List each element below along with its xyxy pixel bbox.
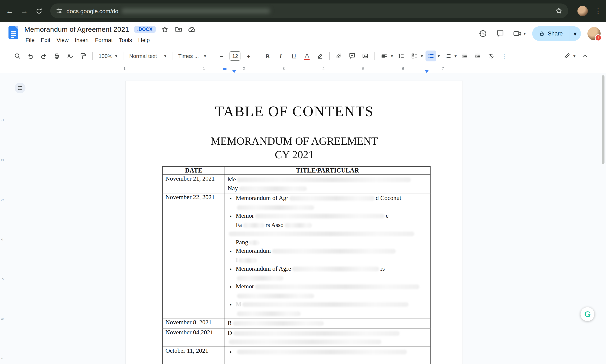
- insert-image-icon[interactable]: [360, 51, 371, 61]
- share-caret-icon[interactable]: ▾: [569, 26, 581, 41]
- pen-icon: [564, 52, 571, 60]
- docs-logo-icon[interactable]: [8, 26, 18, 39]
- highlight-color-icon[interactable]: [315, 51, 326, 61]
- toc-text: R: [228, 319, 232, 326]
- share-button[interactable]: Share: [532, 26, 569, 41]
- cloud-status-icon[interactable]: [188, 25, 196, 34]
- bullet-marker: ●: [230, 265, 236, 273]
- redacted-text: [285, 223, 312, 228]
- redacted-text: [255, 214, 385, 219]
- font-size-input[interactable]: 12: [230, 51, 240, 61]
- clear-formatting-icon[interactable]: [486, 51, 496, 61]
- comments-icon[interactable]: [495, 28, 505, 39]
- browser-avatar[interactable]: [577, 6, 588, 16]
- url-bar[interactable]: docs.google.com/do: [50, 3, 568, 18]
- toc-text-faint: M: [236, 301, 241, 307]
- list-item: ●Memor: [228, 282, 427, 300]
- doc-heading: MEMORANDUM OF AGREEMENT: [126, 135, 463, 147]
- list-item: ●Memorandum of Agrd Coconut: [228, 194, 427, 211]
- video-camera-icon[interactable]: [512, 28, 523, 39]
- italic-button[interactable]: I: [275, 51, 286, 61]
- site-settings-icon[interactable]: [56, 7, 63, 14]
- menu-view[interactable]: View: [54, 36, 72, 45]
- redacted-text: [233, 331, 399, 336]
- list-item: ●M: [228, 300, 427, 318]
- align-icon[interactable]: [379, 51, 390, 61]
- bold-button[interactable]: B: [262, 51, 273, 61]
- reload-icon[interactable]: [32, 4, 46, 18]
- decrease-indent-icon[interactable]: [459, 51, 470, 61]
- chevron-down-icon: ▾: [204, 54, 206, 58]
- line-spacing-icon[interactable]: [396, 51, 406, 61]
- menu-file[interactable]: File: [23, 36, 38, 45]
- bullet-marker: ●: [230, 194, 236, 203]
- list-item: ●: [228, 347, 427, 364]
- checklist-caret-icon[interactable]: ▾: [421, 54, 423, 58]
- column-header: TITLE/PARTICULAR: [225, 167, 430, 175]
- checklist-icon[interactable]: [409, 51, 420, 61]
- bookmark-star-icon[interactable]: [555, 7, 563, 15]
- list-item: MeNay: [228, 175, 427, 193]
- content-cell: R: [225, 318, 430, 328]
- increase-font-size-button[interactable]: +: [243, 51, 254, 61]
- content-cell: ●Memorandum of Agrd Coconut●MemoreFars A…: [225, 193, 430, 318]
- toc-text: Pang: [236, 239, 248, 245]
- left-indent-marker[interactable]: [232, 70, 236, 73]
- align-caret-icon[interactable]: ▾: [391, 54, 393, 58]
- bullet-marker: ●: [230, 283, 236, 291]
- show-outline-button[interactable]: [15, 83, 25, 93]
- search-icon[interactable]: [12, 51, 23, 61]
- menu-format[interactable]: Format: [92, 36, 116, 45]
- print-icon[interactable]: [51, 51, 62, 61]
- decrease-font-size-button[interactable]: −: [216, 51, 227, 61]
- redo-icon[interactable]: [38, 51, 49, 61]
- menu-edit[interactable]: Edit: [38, 36, 54, 45]
- bulleted-list-caret-icon[interactable]: ▾: [438, 54, 440, 58]
- redacted-text: [237, 350, 407, 354]
- table-row: November 21, 2021MeNay: [163, 175, 430, 193]
- numbered-list-caret-icon[interactable]: ▾: [454, 54, 456, 58]
- bullet-marker: ●: [230, 348, 236, 356]
- document-title[interactable]: Memorandum of Agreement 2021: [24, 25, 129, 33]
- underline-button[interactable]: U: [288, 51, 299, 61]
- move-folder-icon[interactable]: [174, 25, 183, 34]
- account-avatar[interactable]: !: [587, 27, 601, 40]
- bullet-marker: ●: [230, 212, 236, 221]
- redacted-text: [239, 186, 307, 191]
- menu-help[interactable]: Help: [135, 36, 153, 45]
- add-comment-icon[interactable]: [347, 51, 358, 61]
- menu-insert[interactable]: Insert: [72, 36, 92, 45]
- font-family-select[interactable]: Times ...▾: [175, 51, 209, 61]
- bulleted-list-icon[interactable]: [426, 51, 436, 61]
- first-line-indent-marker[interactable]: [223, 68, 226, 70]
- redacted-text: [242, 302, 409, 307]
- menu-tools[interactable]: Tools: [116, 36, 135, 45]
- forward-icon[interactable]: →: [18, 4, 31, 18]
- grammarly-button[interactable]: G: [580, 307, 594, 321]
- back-icon[interactable]: ←: [3, 4, 16, 18]
- vertical-scrollbar[interactable]: [602, 75, 604, 164]
- right-indent-marker[interactable]: [425, 70, 429, 73]
- version-history-icon[interactable]: [477, 28, 488, 39]
- browser-menu-icon[interactable]: ⋮: [593, 6, 603, 16]
- content-cell: MeNay: [225, 175, 430, 193]
- text-color-button[interactable]: A: [302, 51, 312, 61]
- numbered-list-icon[interactable]: 12: [442, 51, 453, 61]
- increase-indent-icon[interactable]: [472, 51, 483, 61]
- editing-mode-select[interactable]: ▾: [561, 51, 578, 61]
- paint-format-icon[interactable]: [78, 51, 88, 61]
- document-page[interactable]: TABLE OF CONTENTS MEMORANDUM OF AGREEMEN…: [126, 81, 463, 364]
- star-icon[interactable]: [161, 25, 169, 34]
- undo-icon[interactable]: [25, 51, 36, 61]
- more-options-icon[interactable]: ⋮: [499, 51, 510, 61]
- zoom-select[interactable]: 100%▾: [95, 51, 120, 61]
- hide-menus-icon[interactable]: [580, 51, 591, 61]
- insert-link-icon[interactable]: [334, 51, 344, 61]
- spell-check-icon[interactable]: [65, 51, 75, 61]
- paragraph-style-select[interactable]: Normal text▾: [126, 51, 169, 61]
- video-call-button[interactable]: ▾: [512, 28, 526, 39]
- video-caret-icon[interactable]: ▾: [524, 32, 526, 36]
- svg-text:2: 2: [445, 56, 447, 59]
- redacted-text: [272, 249, 396, 254]
- svg-text:1: 1: [445, 53, 447, 56]
